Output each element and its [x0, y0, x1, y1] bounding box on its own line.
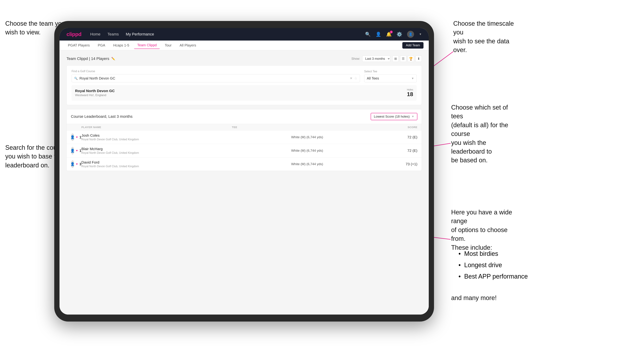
heart-icon-1[interactable]: ♥ — [76, 136, 78, 139]
search-star-icon[interactable]: ☆ — [354, 76, 357, 80]
subnav-team-clippd[interactable]: Team Clippd — [134, 42, 160, 49]
subnav-hcaps[interactable]: Hcaps 1-5 — [110, 42, 132, 49]
settings-icon[interactable]: ⚙️ — [396, 32, 402, 37]
player-info-1: Josh Coles Royal North Devon Golf Club, … — [82, 133, 232, 141]
tablet-screen: clippd Home Teams My Performance 🔍 👤 🔔 1… — [60, 28, 429, 315]
subnav-tour[interactable]: Tour — [162, 42, 175, 49]
player-club-1: Royal North Devon Golf Club, United King… — [82, 138, 232, 141]
player-club-2: Royal North Devon Golf Club, United King… — [82, 151, 232, 155]
navbar-icons: 🔍 👤 🔔 1 ⚙️ 👤 ▼ — [365, 31, 422, 38]
grid-view-icon[interactable]: ⊞ — [392, 56, 399, 62]
course-result-location: Westward Ho!, England — [75, 93, 114, 97]
nav-my-performance[interactable]: My Performance — [126, 32, 154, 36]
heart-icon-2[interactable]: ♥ — [76, 149, 78, 152]
search-icon[interactable]: 🔍 — [365, 32, 371, 37]
annotation-score-options: Here you have a wide range of options to… — [451, 208, 518, 252]
col-header-score: SCORE — [382, 126, 418, 129]
nav-home[interactable]: Home — [90, 32, 100, 36]
download-icon[interactable]: ⬇ — [416, 56, 422, 62]
tee-select[interactable]: All Tees ▼ — [364, 74, 417, 82]
subnav-pga[interactable]: PGA — [95, 42, 108, 49]
select-tee-label: Select Tee — [364, 70, 417, 73]
rank-num-2: 1 — [80, 149, 82, 153]
find-course-label: Find a Golf Course — [72, 70, 360, 73]
leaderboard-header: Course Leaderboard, Last 3 months Lowest… — [67, 109, 422, 124]
rank-num-1: 1 — [80, 135, 82, 139]
search-glass-icon: 🔍 — [74, 77, 78, 80]
team-title: Team Clippd | 14 Players — [66, 56, 109, 61]
rank-col-1: 👤 ♥ 1 — [71, 133, 82, 141]
tee-info-2: White (M) (6,744 yds) — [232, 149, 382, 153]
subnav-pgat[interactable]: PGAT Players — [65, 42, 93, 49]
nav-teams[interactable]: Teams — [108, 32, 119, 36]
table-row: 👤 ♥ 3 David Ford Royal North Devon Golf … — [67, 157, 422, 171]
player-avatar-1: 👤 — [71, 133, 74, 141]
main-content: Team Clippd | 14 Players ✏️ Show: Last 3… — [60, 50, 429, 315]
tee-info-1: White (M) (6,744 yds) — [232, 135, 382, 139]
rank-col-3: 👤 ♥ 3 — [71, 160, 82, 168]
subnav-all-players[interactable]: All Players — [176, 42, 199, 49]
people-icon[interactable]: 👤 — [376, 32, 381, 37]
holes-label: Holes — [407, 88, 413, 91]
table-header-row: PLAYER NAME TEE SCORE — [67, 124, 422, 130]
trophy-icon[interactable]: 🏆 — [408, 56, 414, 62]
navbar-nav: Home Teams My Performance — [90, 32, 365, 36]
heart-icon-3[interactable]: ♥ — [76, 163, 78, 166]
annotation-tee-right: Choose which set of tees (default is all… — [451, 103, 518, 165]
course-result: Royal North Devon GC Westward Ho!, Engla… — [72, 85, 417, 101]
leaderboard-title: Course Leaderboard, Last 3 months — [71, 114, 132, 119]
show-select[interactable]: Last 3 months — [362, 56, 390, 62]
leaderboard-table: PLAYER NAME TEE SCORE 👤 ♥ 1 — [67, 124, 422, 171]
subnav: PGAT Players PGA Hcaps 1-5 Team Clippd T… — [60, 40, 429, 50]
col-header-player: PLAYER NAME — [82, 126, 232, 129]
add-team-button[interactable]: Add Team — [402, 42, 424, 49]
player-info-3: David Ford Royal North Devon Golf Club, … — [82, 160, 232, 168]
player-name-1[interactable]: Josh Coles — [82, 133, 232, 138]
player-name-2[interactable]: Blair McHarg — [82, 147, 232, 151]
annotation-and-more: and many more! — [451, 294, 497, 302]
course-search-card: Find a Golf Course 🔍 ✕ ☆ Select Tee — [66, 65, 422, 105]
leaderboard-card: Course Leaderboard, Last 3 months Lowest… — [66, 109, 422, 171]
edit-team-icon[interactable]: ✏️ — [111, 57, 115, 61]
holes-number: 18 — [407, 91, 413, 98]
score-info-1: 72 (E) — [382, 135, 418, 139]
player-info-2: Blair McHarg Royal North Devon Golf Club… — [82, 147, 232, 155]
score-info-3: 73 (+1) — [382, 162, 418, 166]
course-result-name: Royal North Devon GC — [75, 89, 114, 93]
show-label: Show: — [352, 57, 360, 61]
course-result-details: Royal North Devon GC Westward Ho!, Engla… — [75, 89, 114, 97]
leaderboard-sort-button[interactable]: Lowest Score (18 holes) ▼ — [371, 113, 418, 120]
team-header: Team Clippd | 14 Players ✏️ Show: Last 3… — [66, 56, 422, 62]
tee-info-3: White (M) (6,744 yds) — [232, 162, 382, 166]
bell-icon[interactable]: 🔔 1 — [386, 32, 392, 37]
search-field: Find a Golf Course 🔍 ✕ ☆ — [72, 70, 360, 82]
player-avatar-2: 👤 — [71, 147, 74, 155]
score-info-2: 72 (E) — [382, 149, 418, 153]
navbar: clippd Home Teams My Performance 🔍 👤 🔔 1… — [60, 28, 429, 40]
course-holes-badge: Holes 18 — [407, 88, 413, 98]
app-container: clippd Home Teams My Performance 🔍 👤 🔔 1… — [60, 28, 429, 315]
team-show: Show: Last 3 months ⊞ ☰ 🏆 ⬇ — [352, 56, 422, 62]
player-club-3: Royal North Devon Golf Club, United King… — [82, 165, 232, 168]
avatar[interactable]: 👤 — [407, 31, 414, 38]
logo: clippd — [66, 31, 82, 37]
search-input-wrap: 🔍 ✕ ☆ — [72, 74, 360, 82]
view-icons: ⊞ ☰ 🏆 ⬇ — [392, 56, 422, 62]
course-search-input[interactable] — [80, 76, 348, 80]
col-header-tee: TEE — [232, 126, 382, 129]
table-row: 👤 ♥ 1 Josh Coles Royal North Devon Golf … — [67, 130, 422, 144]
col-header-rank — [71, 126, 82, 129]
course-search-row: Find a Golf Course 🔍 ✕ ☆ Select Tee — [72, 70, 417, 82]
player-name-3[interactable]: David Ford — [82, 160, 232, 165]
bullet-list: • Most birdies • Longest drive • Best AP… — [458, 248, 528, 282]
annotation-top-right: Choose the timescale you wish to see the… — [453, 19, 520, 54]
search-clear-icon[interactable]: ✕ — [350, 76, 352, 80]
list-view-icon[interactable]: ☰ — [400, 56, 406, 62]
rank-col-2: 👤 ♥ 1 — [71, 147, 82, 155]
sort-chevron-icon: ▼ — [412, 115, 414, 118]
tee-field: Select Tee All Tees ▼ — [364, 70, 417, 82]
player-avatar-3: 👤 — [71, 160, 74, 168]
chevron-down-icon[interactable]: ▼ — [419, 33, 422, 36]
rank-num-3: 3 — [80, 162, 82, 166]
tee-chevron-icon: ▼ — [411, 77, 414, 80]
